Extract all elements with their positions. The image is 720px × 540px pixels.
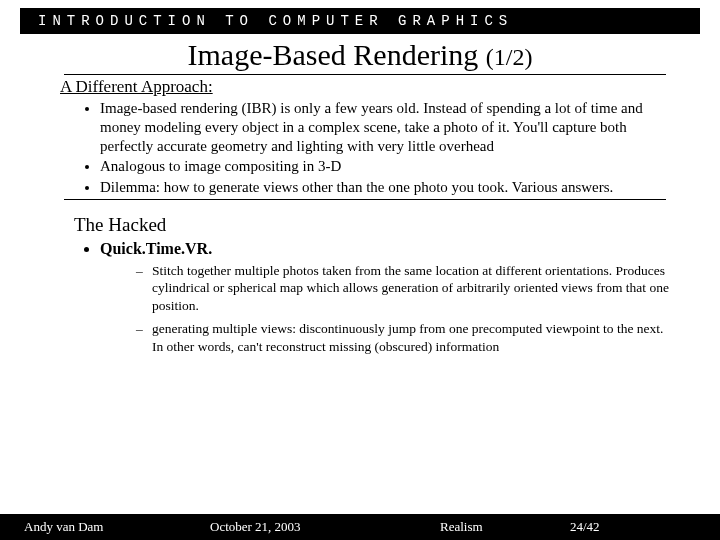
title-main: Image-Based Rendering (188, 38, 486, 71)
bullet-label: Quick.Time.VR. (100, 240, 212, 257)
content-area: A Different Approach: Image-based render… (0, 74, 720, 355)
section-heading-1: A Different Approach: (60, 77, 690, 97)
divider (64, 199, 666, 200)
sub-item: generating multiple views: discontinuous… (136, 320, 690, 355)
bullet-item: Image-based rendering (IBR) is only a fe… (100, 99, 690, 155)
section-heading-2: The Hacked (74, 214, 690, 236)
title-count: (1/2) (486, 44, 533, 70)
bullet-list-1: Image-based rendering (IBR) is only a fe… (100, 99, 690, 197)
bullet-item: Analogous to image compositing in 3-D (100, 157, 690, 176)
footer-topic: Realism (440, 519, 570, 535)
divider (64, 74, 666, 75)
course-header: INTRODUCTION TO COMPUTER GRAPHICS (20, 8, 700, 34)
bullet-item: Quick.Time.VR. Stitch together multiple … (100, 240, 690, 356)
slide: INTRODUCTION TO COMPUTER GRAPHICS Image-… (0, 8, 720, 540)
sub-list: Stitch together multiple photos taken fr… (136, 262, 690, 356)
bullet-item: Dilemma: how to generate views other tha… (100, 178, 690, 197)
footer-author: Andy van Dam (20, 519, 210, 535)
footer-date: October 21, 2003 (210, 519, 440, 535)
sub-item: Stitch together multiple photos taken fr… (136, 262, 690, 315)
footer: Andy van Dam October 21, 2003 Realism 24… (0, 514, 720, 540)
footer-page: 24/42 (570, 519, 600, 535)
slide-title: Image-Based Rendering (1/2) (0, 38, 720, 72)
bullet-list-2: Quick.Time.VR. Stitch together multiple … (100, 240, 690, 356)
